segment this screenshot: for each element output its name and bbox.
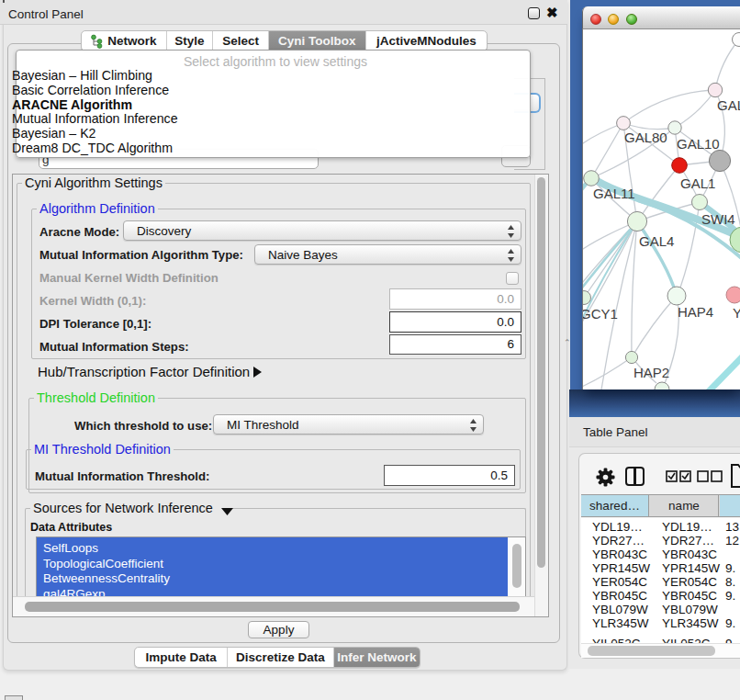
svg-text:GCY1: GCY1 bbox=[583, 306, 618, 322]
svg-text:HAP2: HAP2 bbox=[633, 365, 669, 380]
svg-text:GAL1: GAL1 bbox=[680, 175, 715, 191]
svg-text:GAL11: GAL11 bbox=[593, 186, 635, 201]
svg-text:GAL10: GAL10 bbox=[677, 136, 720, 152]
svg-text:Y: Y bbox=[733, 305, 740, 321]
svg-text:SWI4: SWI4 bbox=[701, 211, 735, 227]
svg-text:GAL80: GAL80 bbox=[624, 130, 667, 145]
svg-text:GAL4: GAL4 bbox=[639, 233, 674, 249]
svg-text:HAP4: HAP4 bbox=[678, 304, 713, 320]
svg-text:GAL8: GAL8 bbox=[717, 97, 740, 113]
